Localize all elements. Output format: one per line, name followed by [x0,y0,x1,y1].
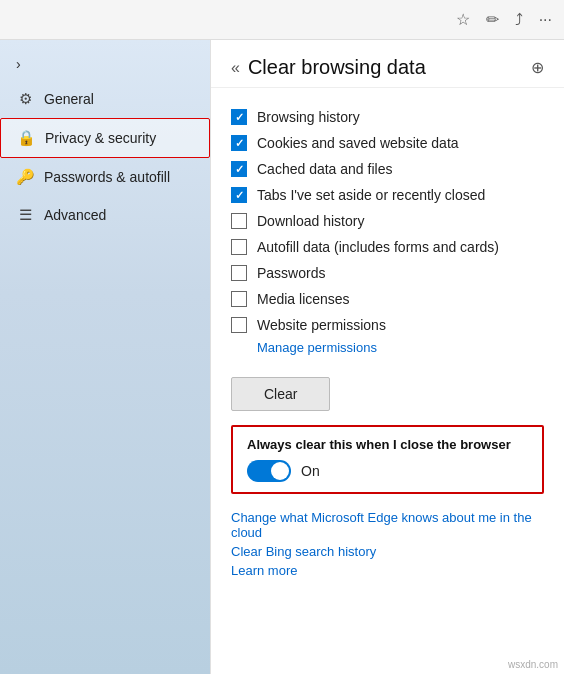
checkbox-browsing-history[interactable]: Browsing history [231,104,544,130]
bing-history-link[interactable]: Clear Bing search history [231,544,544,559]
sidebar-back-arrow[interactable]: › [0,48,210,80]
checkbox-cookies-label: Cookies and saved website data [257,135,459,151]
share-icon[interactable]: ⤴ [515,11,523,29]
always-clear-section: Always clear this when I close the brows… [231,425,544,494]
main-layout: › ⚙ General 🔒 Privacy & security 🔑 Passw… [0,40,564,674]
always-clear-toggle[interactable] [247,460,291,482]
back-chevron-icon[interactable]: « [231,59,240,77]
sidebar: › ⚙ General 🔒 Privacy & security 🔑 Passw… [0,40,210,674]
checkbox-download-history[interactable]: Download history [231,208,544,234]
content-panel: « Clear browsing data ⊕ Browsing history… [210,40,564,674]
star-icon[interactable]: ☆ [456,10,470,29]
checkbox-passwords-box[interactable] [231,265,247,281]
checkbox-cached[interactable]: Cached data and files [231,156,544,182]
sidebar-item-passwords-autofill[interactable]: 🔑 Passwords & autofill [0,158,210,196]
checkbox-website-permissions-label: Website permissions [257,317,386,333]
toggle-row: On [247,460,528,482]
checkbox-browsing-history-box[interactable] [231,109,247,125]
sidebar-item-advanced[interactable]: ☰ Advanced [0,196,210,234]
checkbox-browsing-history-label: Browsing history [257,109,360,125]
sidebar-item-label: General [44,91,94,107]
content-header-left: « Clear browsing data [231,56,426,79]
checkbox-tabs-box[interactable] [231,187,247,203]
checkboxes-section: Browsing history Cookies and saved websi… [211,88,564,363]
pen-icon[interactable]: ✏ [486,10,499,29]
chevron-right-icon: › [16,56,21,72]
checkbox-website-permissions[interactable]: Website permissions [231,312,544,338]
watermark: wsxdn.com [508,659,558,670]
checkbox-autofill[interactable]: Autofill data (includes forms and cards) [231,234,544,260]
checkbox-cached-label: Cached data and files [257,161,392,177]
manage-permissions-link[interactable]: Manage permissions [257,340,544,355]
checkbox-passwords[interactable]: Passwords [231,260,544,286]
sidebar-item-general[interactable]: ⚙ General [0,80,210,118]
checkbox-autofill-label: Autofill data (includes forms and cards) [257,239,499,255]
key-icon: 🔑 [16,168,34,186]
bottom-links: Change what Microsoft Edge knows about m… [211,494,564,598]
sidebar-item-label: Advanced [44,207,106,223]
page-title: Clear browsing data [248,56,426,79]
more-icon[interactable]: ··· [539,11,552,29]
checkbox-cookies-box[interactable] [231,135,247,151]
checkbox-media-licenses-label: Media licenses [257,291,350,307]
checkbox-cookies[interactable]: Cookies and saved website data [231,130,544,156]
sidebar-item-label: Privacy & security [45,130,156,146]
always-clear-label: Always clear this when I close the brows… [247,437,528,452]
sidebar-item-label: Passwords & autofill [44,169,170,185]
checkbox-autofill-box[interactable] [231,239,247,255]
pin-icon[interactable]: ⊕ [531,58,544,77]
checkbox-download-history-box[interactable] [231,213,247,229]
learn-more-link[interactable]: Learn more [231,563,544,578]
checkbox-cached-box[interactable] [231,161,247,177]
toggle-state-label: On [301,463,320,479]
sidebar-item-privacy-security[interactable]: 🔒 Privacy & security [0,118,210,158]
checkbox-tabs-label: Tabs I've set aside or recently closed [257,187,485,203]
clear-button-row: Clear [211,363,564,425]
change-link[interactable]: Change what Microsoft Edge knows about m… [231,510,544,540]
top-bar: ☆ ✏ ⤴ ··· [0,0,564,40]
checkbox-media-licenses-box[interactable] [231,291,247,307]
sliders-icon: ☰ [16,206,34,224]
checkbox-media-licenses[interactable]: Media licenses [231,286,544,312]
checkbox-tabs[interactable]: Tabs I've set aside or recently closed [231,182,544,208]
general-icon: ⚙ [16,90,34,108]
checkbox-website-permissions-box[interactable] [231,317,247,333]
checkbox-download-history-label: Download history [257,213,364,229]
content-header: « Clear browsing data ⊕ [211,40,564,88]
clear-button[interactable]: Clear [231,377,330,411]
checkbox-passwords-label: Passwords [257,265,325,281]
lock-icon: 🔒 [17,129,35,147]
